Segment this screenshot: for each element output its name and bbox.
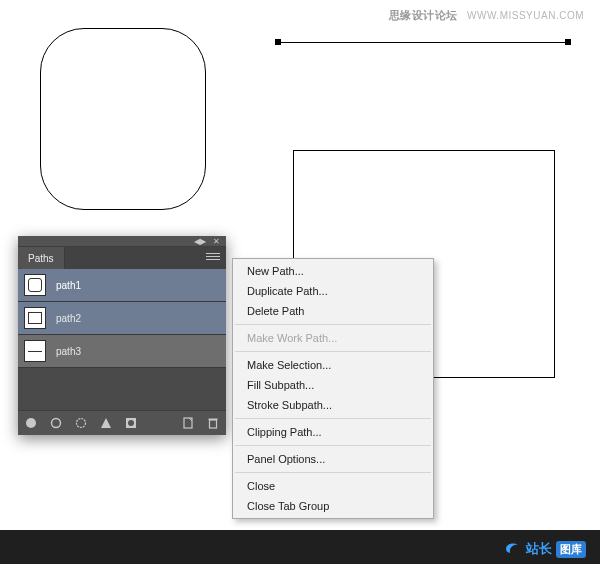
menu-panel-options[interactable]: Panel Options... <box>233 449 433 469</box>
stage: 思缘设计论坛 WWW.MISSYUAN.COM ◀▶ ✕ Paths path1 <box>0 0 600 564</box>
footer-logo-badge: 图库 <box>556 541 586 558</box>
close-icon[interactable]: ✕ <box>213 237 220 246</box>
path-thumb-rect <box>24 307 46 329</box>
path-name: path2 <box>56 313 81 324</box>
panel-menu-icon[interactable] <box>206 253 220 263</box>
menu-duplicate-path[interactable]: Duplicate Path... <box>233 281 433 301</box>
new-path-icon[interactable] <box>181 416 195 430</box>
menu-stroke-subpath[interactable]: Stroke Subpath... <box>233 395 433 415</box>
svg-point-2 <box>77 419 86 428</box>
path-empty-area[interactable] <box>18 368 226 410</box>
path-thumb-line <box>24 340 46 362</box>
svg-rect-8 <box>209 419 218 421</box>
path-thumb-round <box>24 274 46 296</box>
line-path[interactable] <box>278 42 568 43</box>
path-row-path1[interactable]: path1 <box>18 269 226 302</box>
menu-make-work-path: Make Work Path... <box>233 328 433 348</box>
menu-close[interactable]: Close <box>233 476 433 496</box>
menu-separator <box>235 351 431 352</box>
svg-marker-3 <box>101 418 111 428</box>
watermark-cn: 思缘设计论坛 <box>389 9 458 21</box>
menu-clipping-path[interactable]: Clipping Path... <box>233 422 433 442</box>
menu-delete-path[interactable]: Delete Path <box>233 301 433 321</box>
rounded-rectangle-path[interactable] <box>40 28 206 210</box>
footer-logo-text: 站长 <box>526 540 552 558</box>
menu-separator <box>235 445 431 446</box>
menu-make-selection[interactable]: Make Selection... <box>233 355 433 375</box>
page-footer-bar: 站长 图库 <box>0 530 600 564</box>
footer-logo: 站长 图库 <box>504 540 586 558</box>
svg-rect-7 <box>210 420 217 428</box>
menu-fill-subpath[interactable]: Fill Subpath... <box>233 375 433 395</box>
svg-point-5 <box>128 420 134 426</box>
paths-panel: ◀▶ ✕ Paths path1 path2 path3 <box>18 236 226 435</box>
mask-icon[interactable] <box>124 416 138 430</box>
path-row-path3[interactable]: path3 <box>18 335 226 368</box>
selection-from-path-icon[interactable] <box>74 416 88 430</box>
watermark-top: 思缘设计论坛 WWW.MISSYUAN.COM <box>389 8 584 23</box>
menu-separator <box>235 324 431 325</box>
path-row-path2[interactable]: path2 <box>18 302 226 335</box>
menu-separator <box>235 418 431 419</box>
tab-paths[interactable]: Paths <box>18 247 65 269</box>
path-name: path1 <box>56 280 81 291</box>
menu-separator <box>235 472 431 473</box>
line-handle-right[interactable] <box>565 39 571 45</box>
menu-close-tab-group[interactable]: Close Tab Group <box>233 496 433 516</box>
footer-logo-icon <box>504 540 522 558</box>
collapse-icon[interactable]: ◀▶ <box>194 237 206 246</box>
stroke-path-icon[interactable] <box>49 416 63 430</box>
watermark-url: WWW.MISSYUAN.COM <box>467 10 584 21</box>
line-handle-left[interactable] <box>275 39 281 45</box>
panel-footer <box>18 410 226 435</box>
panel-context-menu: New Path... Duplicate Path... Delete Pat… <box>232 258 434 519</box>
trash-icon[interactable] <box>206 416 220 430</box>
shape-icon[interactable] <box>99 416 113 430</box>
panel-tab-row: Paths <box>18 247 226 269</box>
svg-point-0 <box>26 418 36 428</box>
path-list: path1 path2 path3 <box>18 269 226 410</box>
panel-titlebar[interactable]: ◀▶ ✕ <box>18 236 226 247</box>
path-name: path3 <box>56 346 81 357</box>
menu-new-path[interactable]: New Path... <box>233 261 433 281</box>
fill-path-icon[interactable] <box>24 416 38 430</box>
svg-point-1 <box>52 419 61 428</box>
tab-label: Paths <box>28 253 54 264</box>
